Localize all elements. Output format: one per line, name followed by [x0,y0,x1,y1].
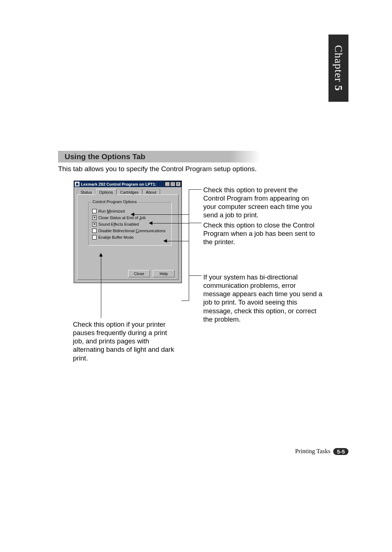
close-button[interactable]: Close [128,270,150,277]
checkbox-checked-icon [92,215,97,220]
disable-bidirectional-option[interactable]: Disable Bidirectional Communications [92,229,168,233]
arrow-icon [131,213,134,216]
chapter-label: Chapter [333,45,345,82]
tab-about[interactable]: About [142,189,160,195]
page-footer: Printing Tasks 5-5 [295,448,348,455]
arrow-icon [99,253,103,257]
control-program-options-group: Control Program Options Run Minimized Cl… [88,202,172,246]
printer-icon: 🖶 [75,182,79,186]
maximize-button[interactable]: □ [170,182,175,186]
connector-line [189,241,189,275]
connector-line [189,223,201,223]
minimize-button[interactable]: _ [165,182,170,186]
connector-line [181,301,189,301]
checkbox-checked-icon [92,222,97,226]
checkbox-unchecked-icon [92,209,97,213]
section-heading: Using the Options Tab [65,152,145,161]
dialog-tabstrip: Status Options Cartridges About [74,187,181,194]
connector-line [134,214,189,215]
option-label: Run Minimized [98,209,125,213]
option-label: Sound Effects Enabled [98,222,139,226]
option-label: Disable Bidirectional Communications [98,229,166,233]
connector-line [152,223,189,223]
connector-line [167,241,189,241]
sound-effects-option[interactable]: Sound Effects Enabled [92,222,168,226]
footer-page-badge: 5-5 [333,448,348,455]
option-label: Close Status at End of Job [98,215,146,220]
callout-run-minimized: Check this option to prevent the Control… [203,186,316,219]
tab-options[interactable]: Options [95,189,117,195]
chapter-tab-text: Chapter 5 [332,45,345,91]
control-program-dialog: 🖶 Lexmark Z82 Control Program on LPT1: _… [74,181,182,283]
section-heading-bar: Using the Options Tab [58,151,261,162]
intro-text: This tab allows you to specify the Contr… [58,165,257,173]
groupbox-title: Control Program Options [91,200,138,204]
arrow-icon [149,221,152,225]
enable-buffer-mode-option[interactable]: Enable Buffer Mode [92,235,168,239]
checkbox-unchecked-icon [92,229,97,233]
tab-status[interactable]: Status [77,189,95,195]
tab-cartridges[interactable]: Cartridges [117,189,142,195]
callout-close-status: Check this option to close the Control P… [203,221,316,246]
help-button[interactable]: Help [153,270,175,277]
dialog-buttons: Close Help [128,270,175,277]
close-window-button[interactable]: × [176,182,181,186]
connector-line [101,256,101,318]
callout-bidirectional: If your system has bi-directional commun… [203,273,323,323]
option-label: Enable Buffer Mode [98,235,134,239]
connector-line [189,214,189,215]
chapter-number: 5 [333,85,345,91]
connector-line [189,275,201,276]
arrow-icon [163,239,167,243]
dialog-titlebar: 🖶 Lexmark Z82 Control Program on LPT1: _… [74,181,181,187]
tab-body: Control Program Options Run Minimized Cl… [77,194,179,280]
footer-section: Printing Tasks [295,448,330,455]
checkbox-unchecked-icon [92,235,97,239]
run-minimized-option[interactable]: Run Minimized [92,209,168,213]
chapter-tab: Chapter 5 [328,35,348,102]
connector-line [189,189,201,190]
dialog-title: Lexmark Z82 Control Program on LPT1: [81,182,165,186]
callout-buffer-mode: Check this option if your printer pauses… [73,320,175,362]
close-status-option[interactable]: Close Status at End of Job [92,215,168,220]
